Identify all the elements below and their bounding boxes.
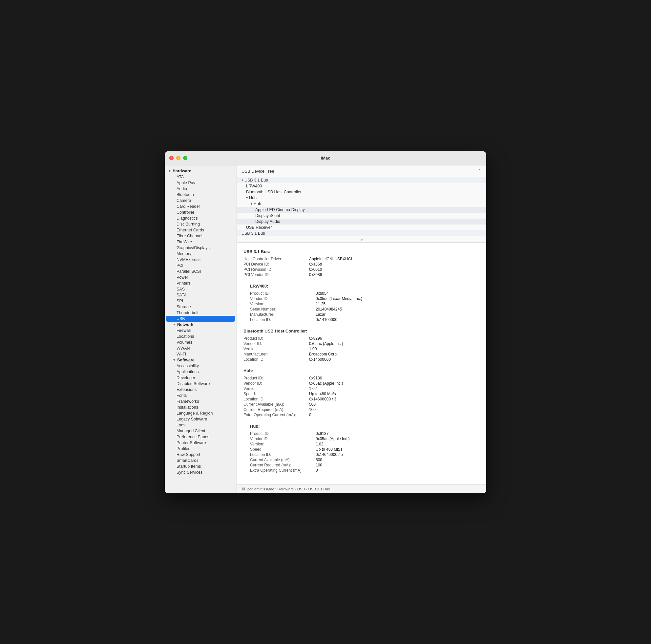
sidebar-item-wwan[interactable]: WWAN <box>166 345 235 351</box>
usb-bus-fields: Host Controller Driver:AppleIntelCNLUSBX… <box>244 257 480 277</box>
tree-row-7[interactable]: Display Audio <box>237 219 486 224</box>
tree-label-9: USB 3.1 Bus <box>242 231 265 236</box>
sidebar-item-raw-support[interactable]: Raw Support <box>166 452 235 458</box>
sidebar-item-firewire[interactable]: FireWire <box>166 239 235 245</box>
sidebar-item-language-region[interactable]: Language & Region <box>166 410 235 416</box>
sidebar-item-sas[interactable]: SAS <box>166 286 235 292</box>
sidebar-item-spi[interactable]: SPI <box>166 298 235 304</box>
lrw400-fields: Product ID:0xb054Vendor ID:0x05dc (Lexar… <box>250 291 486 322</box>
detail-row: Vendor ID:0x05ac (Apple Inc.) <box>244 341 480 346</box>
tree-label-5: Apple LED Cinema Display <box>255 208 305 212</box>
sidebar-item-smartcards[interactable]: SmartCards <box>166 458 235 463</box>
detail-row: Version:1.02 <box>244 386 480 391</box>
sidebar-item-diagnostics[interactable]: Diagnostics <box>166 215 235 221</box>
sidebar-item-audio[interactable]: Audio <box>166 186 235 192</box>
detail-label: Product ID: <box>244 376 309 380</box>
detail-row: Serial Number:201404084245 <box>250 307 486 311</box>
sidebar-item-locations[interactable]: Locations <box>166 334 235 339</box>
tree-row-4[interactable]: ▾Hub <box>237 201 486 207</box>
sidebar-item-fonts[interactable]: Fonts <box>166 393 235 398</box>
sidebar-item-applications[interactable]: Applications <box>166 369 235 375</box>
detail-value: 0x05ac (Apple Inc.) <box>309 341 343 346</box>
software-section-header[interactable]: ▼ Software <box>166 357 235 363</box>
detail-label: Version: <box>250 442 316 447</box>
sidebar-item-volumes[interactable]: Volumes <box>166 339 235 345</box>
tree-row-1[interactable]: LRW400 <box>237 183 486 189</box>
sidebar-item-installations[interactable]: Installations <box>166 404 235 410</box>
sidebar-item-thunderbolt[interactable]: Thunderbolt <box>166 310 235 316</box>
detail-row: Location ID:0x14100000 <box>250 317 486 322</box>
sidebar-item-storage[interactable]: Storage <box>166 304 235 310</box>
sidebar-item-managed-client[interactable]: Managed Client <box>166 428 235 434</box>
breadcrumb-icon: 🖥 <box>242 487 245 491</box>
detail-value: AppleIntelCNLUSBXHCI <box>309 257 352 261</box>
sidebar-item-parallel-scsi[interactable]: Parallel SCSI <box>166 269 235 274</box>
detail-label: PCI Device ID: <box>244 262 309 267</box>
sidebar-item-wi-fi[interactable]: Wi-Fi <box>166 351 235 357</box>
detail-value: 100 <box>316 463 322 467</box>
collapse-button[interactable]: ⌃ <box>477 168 482 174</box>
sidebar-item-sync-services[interactable]: Sync Services <box>166 469 235 475</box>
tree-row-2[interactable]: Bluetooth USB Host Controller <box>237 189 486 195</box>
detail-row: Location ID:0x14600000 / 3 <box>244 397 480 401</box>
sidebar-item-extensions[interactable]: Extensions <box>166 387 235 393</box>
sidebar-item-frameworks[interactable]: Frameworks <box>166 398 235 404</box>
tree-row-9[interactable]: USB 3.1 Bus <box>237 231 486 236</box>
detail-label: Current Available (mA): <box>250 458 316 462</box>
sidebar-item-legacy-software[interactable]: Legacy Software <box>166 416 235 422</box>
close-button[interactable] <box>169 156 174 160</box>
sidebar-item-sata[interactable]: SATA <box>166 292 235 298</box>
tree-chevron-4: ▾ <box>251 202 252 206</box>
sidebar-item-printers[interactable]: Printers <box>166 280 235 286</box>
sidebar-item-accessibility[interactable]: Accessibility <box>166 363 235 369</box>
detail-value: 201404084245 <box>316 307 342 311</box>
sidebar-item-memory[interactable]: Memory <box>166 251 235 257</box>
detail-row: Extra Operating Current (mA):0 <box>250 468 486 473</box>
sidebar-item-ethernet-cards[interactable]: Ethernet Cards <box>166 227 235 233</box>
tree-row-5[interactable]: Apple LED Cinema Display <box>237 207 486 213</box>
detail-value: 0xb054 <box>316 291 329 296</box>
sidebar-item-firewall[interactable]: Firewall <box>166 328 235 334</box>
sidebar-item-logs[interactable]: Logs <box>166 422 235 428</box>
sidebar-item-bluetooth[interactable]: Bluetooth <box>166 192 235 197</box>
hardware-section-header[interactable]: ▼ Hardware <box>165 168 237 174</box>
tree-row-6[interactable]: Display iSight <box>237 213 486 219</box>
detail-value: 0x8296 <box>309 336 322 341</box>
detail-value: 500 <box>309 402 316 407</box>
sidebar-item-nvmexpress[interactable]: NVMExpress <box>166 257 235 263</box>
tree-row-3[interactable]: ▾Hub <box>237 195 486 201</box>
sidebar-item-fibre-channel[interactable]: Fibre Channel <box>166 233 235 239</box>
detail-row: Current Required (mA):100 <box>250 463 486 467</box>
network-section-header[interactable]: ▼ Network <box>166 322 235 328</box>
sidebar-item-power[interactable]: Power <box>166 274 235 280</box>
fullscreen-button[interactable] <box>183 156 187 160</box>
sidebar-item-pci[interactable]: PCI <box>166 263 235 269</box>
detail-label: Vendor ID: <box>244 381 309 386</box>
sidebar-item-profiles[interactable]: Profiles <box>166 446 235 452</box>
scrollbar-indicator <box>237 236 486 242</box>
tree-chevron-0: ▾ <box>242 178 243 182</box>
tree-chevron-3: ▾ <box>246 196 248 200</box>
sidebar-item-card-reader[interactable]: Card Reader <box>166 204 235 209</box>
tree-row-8[interactable]: USB Receiver <box>237 224 486 231</box>
sidebar-item-camera[interactable]: Camera <box>166 197 235 204</box>
minimize-button[interactable] <box>176 156 181 160</box>
tree-label-2: Bluetooth USB Host Controller <box>246 190 302 194</box>
tree-row-0[interactable]: ▾USB 3.1 Bus <box>237 177 486 183</box>
sidebar-item-printer-software[interactable]: Printer Software <box>166 440 235 446</box>
sidebar-item-startup-items[interactable]: Startup Items <box>166 463 235 469</box>
detail-row: Vendor ID:0x05dc (Lexar Media, Inc.) <box>250 297 486 301</box>
detail-label: Manufacturer: <box>244 352 309 357</box>
sidebar-item-apple-pay[interactable]: Apple Pay <box>166 180 235 186</box>
hub2-fields: Product ID:0x9137Vendor ID:0x05ac (Apple… <box>250 431 486 473</box>
sidebar-item-usb[interactable]: USB <box>166 316 235 322</box>
sidebar-item-disc-burning[interactable]: Disc Burning <box>166 221 235 227</box>
detail-row: Version:1.00 <box>244 347 480 351</box>
sidebar-item-controller[interactable]: Controller <box>166 209 235 215</box>
hardware-items-container: ATAApple PayAudioBluetoothCameraCard Rea… <box>165 174 237 322</box>
sidebar-item-disabled-software[interactable]: Disabled Software <box>166 381 235 387</box>
sidebar-item-preference-panes[interactable]: Preference Panes <box>166 434 235 440</box>
sidebar-item-ata[interactable]: ATA <box>166 174 235 180</box>
sidebar-item-graphics-displays[interactable]: Graphics/Displays <box>166 245 235 251</box>
sidebar-item-developer[interactable]: Developer <box>166 375 235 381</box>
